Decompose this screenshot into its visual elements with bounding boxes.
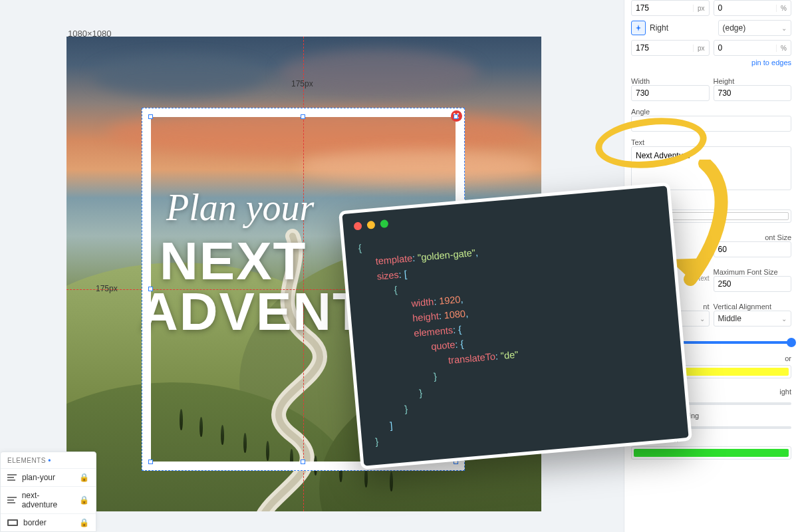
layer-label: border bbox=[23, 518, 47, 527]
layer-plan-your[interactable]: plan-your 🔒 bbox=[1, 468, 96, 486]
highlight-color-swatch[interactable] bbox=[631, 446, 791, 460]
pin-right-toggle[interactable] bbox=[631, 21, 646, 35]
resize-handle-sw[interactable] bbox=[148, 460, 153, 464]
font-size-input[interactable] bbox=[714, 241, 792, 257]
zoom-dot-icon bbox=[380, 219, 388, 228]
vertical-align-select[interactable]: Middle⌄ bbox=[714, 311, 792, 327]
height-input[interactable] bbox=[714, 85, 792, 101]
chevron-down-icon: ⌄ bbox=[781, 25, 787, 32]
text-label: Text bbox=[631, 138, 791, 146]
guide-dimension-top: 175px bbox=[291, 79, 313, 88]
pin-right-label: Right bbox=[650, 23, 714, 33]
angle-input[interactable] bbox=[631, 116, 791, 132]
top-px-input[interactable]: px bbox=[631, 0, 710, 16]
width-label: Width bbox=[631, 77, 710, 85]
border-layer-icon bbox=[7, 519, 18, 526]
layer-next-adventure[interactable]: next-adventure 🔒 bbox=[1, 486, 96, 513]
height-label: Height bbox=[714, 77, 792, 85]
pin-to-edges-link[interactable]: pin to edges bbox=[631, 59, 791, 66]
angle-label: Angle bbox=[631, 108, 791, 116]
right-pct-input[interactable]: % bbox=[714, 40, 792, 56]
resize-handle-n[interactable] bbox=[301, 114, 305, 119]
width-input[interactable] bbox=[631, 85, 710, 101]
resize-handle-w[interactable] bbox=[148, 287, 153, 291]
max-font-size-label: Maximum Font Size bbox=[714, 268, 792, 276]
chevron-down-icon: ⌄ bbox=[700, 315, 705, 323]
pin-right-edge-select[interactable]: (edge)⌄ bbox=[718, 20, 792, 36]
resize-handle-nw[interactable] bbox=[148, 114, 153, 119]
layer-border[interactable]: border 🔒 bbox=[1, 513, 96, 531]
resize-handle-s[interactable] bbox=[301, 460, 305, 464]
max-font-size-input[interactable] bbox=[714, 276, 792, 292]
chevron-down-icon: ⌄ bbox=[781, 315, 787, 323]
code-content: { template: "golden-gate", sizes: [ { wi… bbox=[358, 215, 674, 450]
font-size-label-partial: ont Size bbox=[714, 233, 792, 241]
text-layer-icon bbox=[7, 474, 17, 481]
lock-icon[interactable]: 🔒 bbox=[79, 518, 89, 527]
lock-icon[interactable]: 🔒 bbox=[79, 473, 89, 482]
resize-handle-ne[interactable] bbox=[454, 114, 458, 119]
text-layer-icon bbox=[7, 497, 17, 503]
guide-dimension-left: 175px bbox=[96, 284, 118, 293]
pin-icon bbox=[635, 25, 642, 31]
top-pct-input[interactable]: % bbox=[714, 0, 792, 16]
layer-label: next-adventure bbox=[22, 491, 74, 509]
close-dot-icon bbox=[354, 222, 362, 231]
right-px-input[interactable]: px bbox=[631, 40, 710, 56]
lock-icon[interactable]: 🔒 bbox=[79, 495, 89, 505]
vertical-alignment-label: Vertical Alignment bbox=[714, 303, 792, 311]
minimize-dot-icon bbox=[366, 221, 375, 229]
layer-label: plan-your bbox=[22, 473, 55, 482]
window-traffic-lights bbox=[354, 219, 389, 230]
code-snippet-window: { template: "golden-gate", sizes: [ { wi… bbox=[338, 182, 692, 469]
elements-panel-title: ELEMENTS • bbox=[1, 452, 96, 468]
elements-panel[interactable]: ELEMENTS • plan-your 🔒 next-adventure 🔒 … bbox=[0, 452, 96, 532]
